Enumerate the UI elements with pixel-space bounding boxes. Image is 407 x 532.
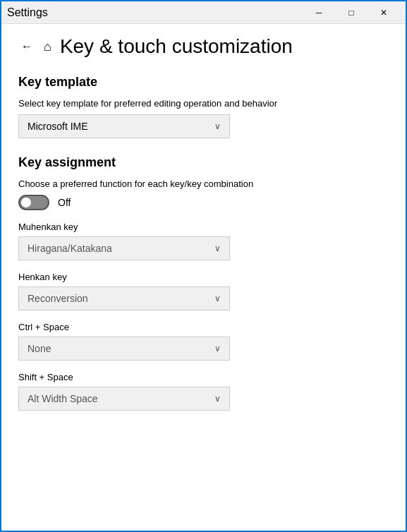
page-title: Key & touch customization <box>60 35 293 58</box>
back-button[interactable]: ← <box>18 37 35 56</box>
key-template-section: Key template Select key template for pre… <box>18 75 389 138</box>
henkan-key-dropdown[interactable]: Reconversion ∨ <box>18 286 230 310</box>
key-assignment-section-title: Key assignment <box>18 155 389 170</box>
shift-space-dropdown[interactable]: Alt Width Space ∨ <box>18 387 230 411</box>
key-template-dropdown[interactable]: Microsoft IME ∨ <box>18 114 230 138</box>
toggle-label: Off <box>58 197 71 208</box>
shift-space-label: Shift + Space <box>18 372 389 382</box>
shift-space-dropdown-arrow: ∨ <box>214 394 221 404</box>
key-assignment-section: Key assignment Choose a preferred functi… <box>18 155 389 411</box>
muhenkan-key-dropdown-arrow: ∨ <box>214 243 221 253</box>
toggle-row: Off <box>18 195 389 210</box>
henkan-key-section: Henkan key Reconversion ∨ <box>18 272 389 310</box>
close-button[interactable]: ✕ <box>367 1 400 24</box>
ctrl-space-section: Ctrl + Space None ∨ <box>18 322 389 361</box>
key-assignment-label: Choose a preferred function for each key… <box>18 179 389 189</box>
shift-space-section: Shift + Space Alt Width Space ∨ <box>18 372 389 411</box>
henkan-key-dropdown-value: Reconversion <box>28 293 88 304</box>
home-icon: ⌂ <box>44 40 51 54</box>
henkan-key-label: Henkan key <box>18 272 389 282</box>
title-bar-title: Settings <box>7 6 48 19</box>
key-assignment-toggle[interactable] <box>18 195 49 210</box>
minimize-button[interactable]: ─ <box>303 1 335 24</box>
page-header: ← ⌂ Key & touch customization <box>18 35 389 58</box>
muhenkan-key-label: Muhenkan key <box>18 222 389 232</box>
title-bar-controls: ─ □ ✕ <box>303 1 400 24</box>
key-template-dropdown-arrow: ∨ <box>214 121 221 131</box>
ctrl-space-dropdown-value: None <box>28 343 51 354</box>
key-template-label: Select key template for preferred editin… <box>18 98 389 109</box>
toggle-track <box>18 195 49 210</box>
muhenkan-key-section: Muhenkan key Hiragana/Katakana ∨ <box>18 222 389 260</box>
ctrl-space-label: Ctrl + Space <box>18 322 389 332</box>
ctrl-space-dropdown-arrow: ∨ <box>214 344 221 353</box>
ctrl-space-dropdown[interactable]: None ∨ <box>18 337 230 361</box>
muhenkan-key-dropdown-value: Hiragana/Katakana <box>28 243 112 254</box>
henkan-key-dropdown-arrow: ∨ <box>214 294 221 303</box>
maximize-button[interactable]: □ <box>335 1 367 24</box>
back-icon: ← <box>21 40 32 53</box>
settings-content: ← ⌂ Key & touch customization Key templa… <box>1 24 406 532</box>
key-template-dropdown-value: Microsoft IME <box>28 121 88 132</box>
muhenkan-key-dropdown[interactable]: Hiragana/Katakana ∨ <box>18 236 230 260</box>
title-bar-left: Settings <box>7 6 48 19</box>
key-template-section-title: Key template <box>18 75 389 90</box>
title-bar: Settings ─ □ ✕ <box>1 1 406 24</box>
shift-space-dropdown-value: Alt Width Space <box>28 393 98 404</box>
toggle-thumb <box>21 198 31 207</box>
